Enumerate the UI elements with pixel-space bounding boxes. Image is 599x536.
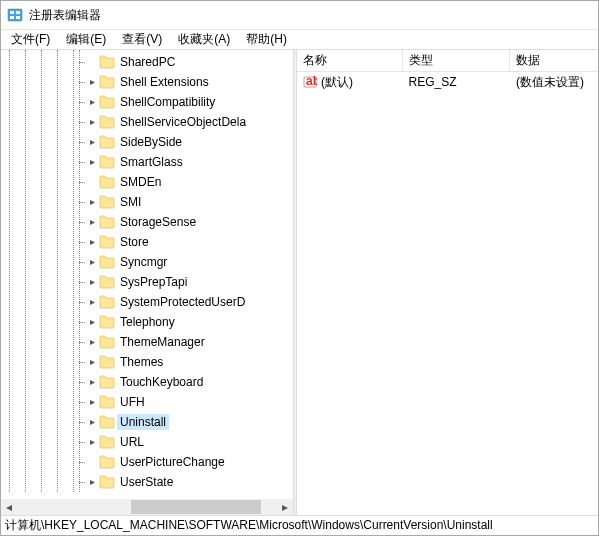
blank-icon xyxy=(87,457,97,467)
expand-arrow-icon[interactable]: ▸ xyxy=(87,137,97,147)
content-area: SharedPC▸Shell Extensions▸ShellCompatibi… xyxy=(1,49,598,515)
window-title: 注册表编辑器 xyxy=(29,7,101,24)
value-name: (默认) xyxy=(321,74,353,91)
list-row[interactable]: ab(默认)REG_SZ(数值未设置) xyxy=(297,72,598,92)
folder-icon xyxy=(99,455,115,469)
tree-item[interactable]: ▸SysPrepTapi xyxy=(1,272,293,292)
expand-arrow-icon[interactable]: ▸ xyxy=(87,197,97,207)
expand-arrow-icon[interactable]: ▸ xyxy=(87,297,97,307)
column-data-label: 数据 xyxy=(516,52,540,69)
values-pane: 名称 类型 数据 ab(默认)REG_SZ(数值未设置) xyxy=(297,50,598,515)
expand-arrow-icon[interactable]: ▸ xyxy=(87,257,97,267)
tree-item-label: ShellServiceObjectDela xyxy=(117,114,249,130)
column-data[interactable]: 数据 xyxy=(510,50,598,71)
menu-file[interactable]: 文件(F) xyxy=(3,29,58,50)
column-type[interactable]: 类型 xyxy=(403,50,511,71)
folder-icon xyxy=(99,415,115,429)
tree-item[interactable]: ▸ShellServiceObjectDela xyxy=(1,112,293,132)
tree-scroll[interactable]: SharedPC▸Shell Extensions▸ShellCompatibi… xyxy=(1,50,293,499)
expand-arrow-icon[interactable]: ▸ xyxy=(87,237,97,247)
tree-item[interactable]: ▸Store xyxy=(1,232,293,252)
scroll-right-button[interactable]: ▸ xyxy=(277,499,293,515)
tree-item-label: URL xyxy=(117,434,147,450)
tree-item[interactable]: ▸URL xyxy=(1,432,293,452)
tree-item[interactable]: ▸Themes xyxy=(1,352,293,372)
expand-arrow-icon[interactable]: ▸ xyxy=(87,437,97,447)
tree-pane: SharedPC▸Shell Extensions▸ShellCompatibi… xyxy=(1,50,293,515)
app-icon xyxy=(7,7,23,23)
svg-text:ab: ab xyxy=(306,75,317,88)
expand-arrow-icon[interactable]: ▸ xyxy=(87,317,97,327)
tree-item[interactable]: ▸Shell Extensions xyxy=(1,72,293,92)
tree-item[interactable]: ▸UserState xyxy=(1,472,293,492)
title-bar: 注册表编辑器 xyxy=(1,1,598,29)
tree-item-label: StorageSense xyxy=(117,214,199,230)
tree-item-label: Store xyxy=(117,234,152,250)
folder-icon xyxy=(99,95,115,109)
tree-item-label: SmartGlass xyxy=(117,154,186,170)
folder-icon xyxy=(99,175,115,189)
tree-item[interactable]: ▸ShellCompatibility xyxy=(1,92,293,112)
expand-arrow-icon[interactable]: ▸ xyxy=(87,377,97,387)
expand-arrow-icon[interactable]: ▸ xyxy=(87,157,97,167)
expand-arrow-icon[interactable]: ▸ xyxy=(87,217,97,227)
value-type: REG_SZ xyxy=(403,75,510,89)
tree-item-label: SMI xyxy=(117,194,144,210)
expand-arrow-icon[interactable]: ▸ xyxy=(87,397,97,407)
column-name[interactable]: 名称 xyxy=(297,50,403,71)
folder-icon xyxy=(99,435,115,449)
folder-icon xyxy=(99,375,115,389)
tree-item[interactable]: ▸ThemeManager xyxy=(1,332,293,352)
menu-edit[interactable]: 编辑(E) xyxy=(58,29,114,50)
folder-icon xyxy=(99,315,115,329)
expand-arrow-icon[interactable]: ▸ xyxy=(87,417,97,427)
menu-help[interactable]: 帮助(H) xyxy=(238,29,295,50)
folder-icon xyxy=(99,255,115,269)
folder-icon xyxy=(99,275,115,289)
expand-arrow-icon[interactable]: ▸ xyxy=(87,277,97,287)
tree-item[interactable]: ▸UFH xyxy=(1,392,293,412)
column-name-label: 名称 xyxy=(303,52,327,69)
expand-arrow-icon[interactable]: ▸ xyxy=(87,77,97,87)
tree-item[interactable]: ▸SmartGlass xyxy=(1,152,293,172)
tree-item[interactable]: SMDEn xyxy=(1,172,293,192)
expand-arrow-icon[interactable]: ▸ xyxy=(87,97,97,107)
blank-icon xyxy=(87,57,97,67)
expand-arrow-icon[interactable]: ▸ xyxy=(87,477,97,487)
tree-item-label: SystemProtectedUserD xyxy=(117,294,248,310)
tree-item[interactable]: ▸Telephony xyxy=(1,312,293,332)
tree-item[interactable]: ▸TouchKeyboard xyxy=(1,372,293,392)
folder-icon xyxy=(99,215,115,229)
scroll-thumb[interactable] xyxy=(131,500,261,514)
value-data: (数值未设置) xyxy=(510,74,598,91)
expand-arrow-icon[interactable]: ▸ xyxy=(87,337,97,347)
tree-item[interactable]: ▸SideBySide xyxy=(1,132,293,152)
tree-item[interactable]: ▸SystemProtectedUserD xyxy=(1,292,293,312)
scroll-left-button[interactable]: ◂ xyxy=(1,499,17,515)
tree-item-label: SharedPC xyxy=(117,54,178,70)
svg-rect-2 xyxy=(16,11,20,14)
tree-item[interactable]: ▸SMI xyxy=(1,192,293,212)
folder-icon xyxy=(99,335,115,349)
tree-item[interactable]: ▸StorageSense xyxy=(1,212,293,232)
tree-item[interactable]: UserPictureChange xyxy=(1,452,293,472)
tree-item[interactable]: ▸Syncmgr xyxy=(1,252,293,272)
svg-rect-1 xyxy=(10,11,14,14)
expand-arrow-icon[interactable]: ▸ xyxy=(87,357,97,367)
list-body[interactable]: ab(默认)REG_SZ(数值未设置) xyxy=(297,72,598,515)
menu-view[interactable]: 查看(V) xyxy=(114,29,170,50)
expand-arrow-icon[interactable]: ▸ xyxy=(87,117,97,127)
tree-item-label: UFH xyxy=(117,394,148,410)
tree-item-label: UserPictureChange xyxy=(117,454,228,470)
svg-rect-4 xyxy=(16,16,20,19)
tree-hscrollbar[interactable]: ◂ ▸ xyxy=(1,499,293,515)
folder-icon xyxy=(99,55,115,69)
tree-item[interactable]: ▸Uninstall xyxy=(1,412,293,432)
folder-icon xyxy=(99,195,115,209)
folder-icon xyxy=(99,155,115,169)
tree-item-label: Themes xyxy=(117,354,166,370)
menu-favorites[interactable]: 收藏夹(A) xyxy=(170,29,238,50)
folder-icon xyxy=(99,75,115,89)
tree-item-label: ThemeManager xyxy=(117,334,208,350)
tree-item[interactable]: SharedPC xyxy=(1,52,293,72)
